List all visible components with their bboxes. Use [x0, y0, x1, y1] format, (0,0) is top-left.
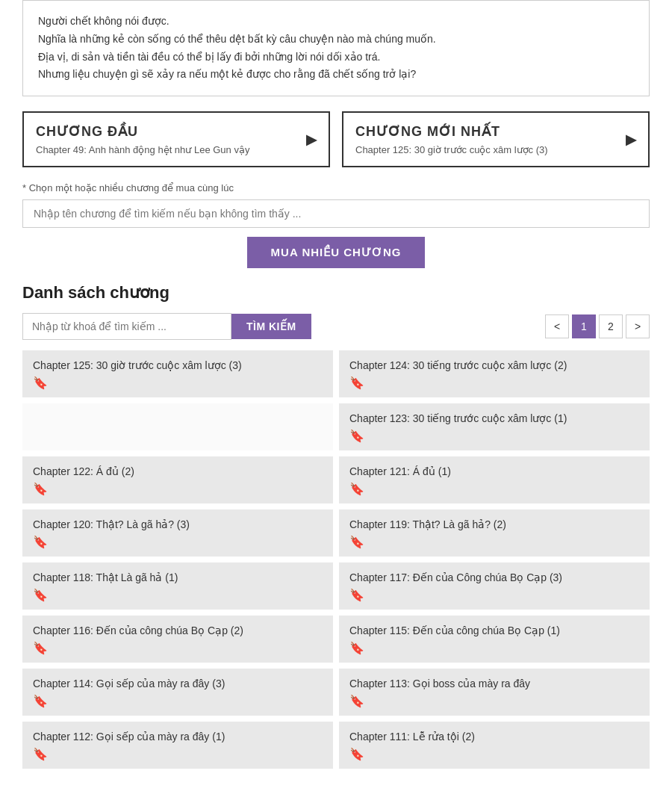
chapter-item[interactable]: Chapter 114: Gọi sếp của mày ra đây (3)🔖 — [22, 669, 333, 716]
chapter-item[interactable]: Chapter 116: Đến của công chúa Bọ Cạp (2… — [22, 616, 333, 663]
first-chapter-arrow: ▶ — [306, 131, 317, 148]
chapter-item-title: Chapter 122: Á đủ (2) — [33, 465, 323, 477]
chapter-item-title: Chapter 111: Lễ rửa tội (2) — [349, 731, 639, 743]
description-line: Nhưng liệu chuyện gì sẽ xảy ra nếu một k… — [38, 66, 634, 84]
bookmark-icon[interactable]: 🔖 — [33, 482, 323, 496]
bulk-buy-button[interactable]: MUA NHIỀU CHƯƠNG — [247, 237, 426, 268]
pagination-page-1[interactable]: 1 — [572, 314, 596, 338]
latest-chapter-arrow: ▶ — [626, 131, 636, 148]
bookmark-icon[interactable]: 🔖 — [33, 535, 323, 549]
chapter-item-title: Chapter 112: Gọi sếp của mày ra đây (1) — [33, 731, 323, 743]
chapter-item[interactable]: Chapter 115: Đến của công chúa Bọ Cạp (1… — [339, 616, 650, 663]
chapter-item[interactable]: Chapter 119: Thật? Là gã hả? (2)🔖 — [339, 509, 650, 557]
chapter-item[interactable]: Chapter 117: Đến của Công chúa Bọ Cạp (3… — [339, 562, 650, 610]
bookmark-icon[interactable]: 🔖 — [349, 588, 639, 602]
chapter-item[interactable]: Chapter 112: Gọi sếp của mày ra đây (1)🔖 — [22, 722, 333, 769]
chapter-item[interactable]: Chapter 113: Gọi boss của mày ra đây🔖 — [339, 669, 650, 716]
bulk-buy-hint: * Chọn một hoặc nhiều chương để mua cùng… — [22, 182, 650, 193]
chapter-item[interactable]: Chapter 121: Á đủ (1)🔖 — [339, 456, 650, 503]
chapter-item-title: Chapter 125: 30 giờ trước cuộc xâm lược … — [33, 359, 323, 371]
first-chapter-card[interactable]: CHƯƠNG ĐẦU Chapter 49: Anh hành động hệt… — [22, 111, 330, 167]
bookmark-icon[interactable]: 🔖 — [349, 535, 639, 549]
first-chapter-sub: Chapter 49: Anh hành động hệt như Lee Gu… — [36, 144, 249, 155]
latest-chapter-sub: Chapter 125: 30 giờ trước cuộc xâm lược … — [355, 144, 548, 155]
chapter-item[interactable]: Chapter 118: Thật Là gã hả (1)🔖 — [22, 562, 333, 610]
chapter-item-title: Chapter 123: 30 tiếng trước cuộc xâm lượ… — [349, 412, 639, 424]
chapter-grid: Chapter 125: 30 giờ trước cuộc xâm lược … — [22, 350, 650, 769]
chapter-item-title: Chapter 120: Thật? Là gã hả? (3) — [33, 518, 323, 530]
pagination-prev[interactable]: < — [545, 314, 569, 338]
chapter-list-title: Danh sách chương — [22, 283, 650, 303]
chapter-item[interactable]: Chapter 111: Lễ rửa tội (2)🔖 — [339, 722, 650, 769]
chapter-item-title: Chapter 117: Đến của Công chúa Bọ Cạp (3… — [349, 571, 639, 583]
bookmark-icon[interactable]: 🔖 — [349, 694, 639, 708]
bookmark-icon[interactable]: 🔖 — [33, 588, 323, 602]
latest-chapter-card[interactable]: CHƯƠNG MỚI NHẤT Chapter 125: 30 giờ trướ… — [342, 111, 650, 167]
pagination: < 1 2 > — [545, 314, 650, 338]
bookmark-icon[interactable]: 🔖 — [349, 376, 639, 390]
bookmark-icon[interactable]: 🔖 — [349, 747, 639, 761]
bookmark-icon[interactable]: 🔖 — [33, 747, 323, 761]
pagination-page-2[interactable]: 2 — [599, 314, 623, 338]
chapter-item-title: Chapter 115: Đến của công chúa Bọ Cạp (1… — [349, 625, 639, 636]
description-line: Địa vị, di sản và tiền tài đều có thể bị… — [38, 49, 634, 66]
chapter-item-title: Chapter 119: Thật? Là gã hả? (2) — [349, 518, 639, 530]
chapter-item[interactable]: Chapter 124: 30 tiếng trước cuộc xâm lượ… — [339, 350, 650, 397]
chapter-item-title: Chapter 124: 30 tiếng trước cuộc xâm lượ… — [349, 359, 639, 371]
bulk-buy-section: * Chọn một hoặc nhiều chương để mua cùng… — [22, 182, 650, 268]
bookmark-icon[interactable]: 🔖 — [33, 694, 323, 708]
bookmark-icon[interactable]: 🔖 — [33, 641, 323, 655]
bookmark-icon[interactable]: 🔖 — [349, 482, 639, 496]
chapter-search-row: TÌM KIẾM < 1 2 > — [22, 313, 650, 340]
chapter-list-section: Danh sách chương TÌM KIẾM < 1 2 > Chapte… — [22, 283, 650, 769]
chapter-item[interactable]: Chapter 123: 30 tiếng trước cuộc xâm lượ… — [339, 403, 650, 450]
chapter-item[interactable]: Chapter 125: 30 giờ trước cuộc xâm lược … — [22, 350, 333, 397]
bookmark-icon[interactable]: 🔖 — [33, 376, 323, 390]
latest-chapter-label: CHƯƠNG MỚI NHẤT — [355, 123, 548, 140]
chapter-item-title: Chapter 118: Thật Là gã hả (1) — [33, 571, 323, 583]
chapter-nav: CHƯƠNG ĐẦU Chapter 49: Anh hành động hệt… — [22, 111, 650, 167]
description-box: Người chết không nói được.Nghĩa là những… — [22, 0, 650, 96]
chapter-item[interactable]: Chapter 122: Á đủ (2)🔖 — [22, 456, 333, 503]
bookmark-icon[interactable]: 🔖 — [349, 641, 639, 655]
chapter-item-title: Chapter 116: Đến của công chúa Bọ Cạp (2… — [33, 625, 323, 636]
chapter-item-title: Chapter 114: Gọi sếp của mày ra đây (3) — [33, 678, 323, 689]
chapter-item-empty — [22, 403, 333, 450]
pagination-next[interactable]: > — [626, 314, 650, 338]
description-line: Người chết không nói được. — [38, 13, 634, 31]
chapter-item-title: Chapter 113: Gọi boss của mày ra đây — [349, 678, 639, 689]
bulk-buy-search-input[interactable] — [22, 199, 650, 228]
chapter-item[interactable]: Chapter 120: Thật? Là gã hả? (3)🔖 — [22, 509, 333, 557]
first-chapter-label: CHƯƠNG ĐẦU — [36, 123, 249, 140]
bookmark-icon[interactable]: 🔖 — [349, 429, 639, 443]
chapter-search-input[interactable] — [22, 313, 231, 340]
description-line: Nghĩa là những kẻ còn sống có thể thêu d… — [38, 31, 634, 49]
chapter-item-title: Chapter 121: Á đủ (1) — [349, 465, 639, 477]
chapter-search-button[interactable]: TÌM KIẾM — [231, 314, 311, 339]
